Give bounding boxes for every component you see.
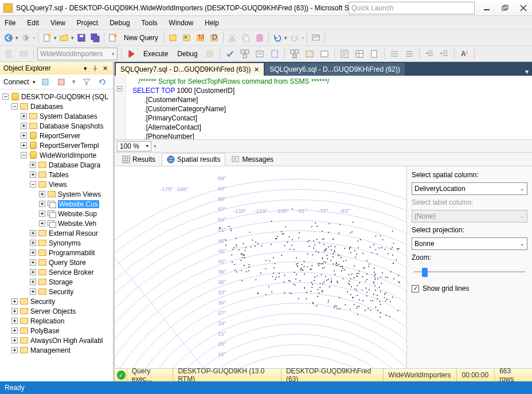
outdent-icon[interactable] bbox=[423, 48, 436, 60]
collapse-icon[interactable]: − bbox=[21, 152, 27, 158]
expand-icon[interactable]: + bbox=[30, 269, 36, 275]
live-stats-icon[interactable] bbox=[303, 48, 316, 60]
tab-overflow-button[interactable]: ▾ bbox=[522, 68, 532, 76]
tree-node[interactable]: Security bbox=[30, 298, 55, 306]
collapse-icon[interactable]: − bbox=[30, 181, 36, 188]
parse-button[interactable] bbox=[224, 48, 236, 60]
as-query-icon[interactable] bbox=[181, 32, 193, 44]
expand-icon[interactable]: + bbox=[30, 249, 36, 256]
cut-button[interactable] bbox=[226, 32, 238, 44]
tree-node[interactable]: Database Snapshots bbox=[40, 122, 103, 130]
estimated-plan-icon[interactable] bbox=[238, 48, 251, 60]
redo-button[interactable] bbox=[288, 32, 301, 44]
menu-edit[interactable]: Edit bbox=[27, 19, 39, 27]
expand-icon[interactable]: + bbox=[39, 210, 45, 217]
tree-node[interactable]: System Databases bbox=[40, 112, 97, 120]
tree-node[interactable]: Security bbox=[49, 288, 73, 296]
db-engine-query-icon[interactable] bbox=[167, 32, 179, 44]
tree-node[interactable]: Replication bbox=[30, 317, 64, 325]
tree-node[interactable]: Website.Veh bbox=[58, 220, 96, 228]
menu-file[interactable]: File bbox=[5, 19, 15, 27]
zoom-slider[interactable] bbox=[412, 266, 527, 278]
expand-icon[interactable]: + bbox=[21, 123, 27, 129]
tree-node[interactable]: AlwaysOn High Availabl bbox=[30, 337, 103, 345]
tree-node[interactable]: PolyBase bbox=[30, 327, 60, 335]
expand-icon[interactable]: + bbox=[21, 142, 27, 149]
client-stats-icon[interactable] bbox=[318, 48, 331, 60]
specify-template-icon[interactable]: A↓ bbox=[458, 48, 471, 60]
expand-icon[interactable]: + bbox=[11, 308, 18, 314]
chevron-down-icon[interactable]: ▾ bbox=[71, 35, 74, 41]
paste-button[interactable] bbox=[253, 32, 266, 44]
tree-node-server[interactable]: DESKTOP-GUQD9KH (SQL bbox=[21, 93, 108, 101]
restore-button[interactable] bbox=[499, 3, 511, 13]
disconnect-icon[interactable] bbox=[39, 76, 52, 88]
grid-lines-checkbox[interactable]: ✓ Show grid lines bbox=[412, 284, 527, 292]
spatial-column-select[interactable]: DeliveryLocation⌄ bbox=[412, 182, 527, 195]
menu-project[interactable]: Project bbox=[77, 19, 98, 27]
tree-node[interactable]: Query Store bbox=[49, 259, 86, 267]
tab-sqlquery6[interactable]: SQLQuery6.sql - D...GUQD9KH\Fred (62)) bbox=[265, 63, 404, 76]
new-query-icon[interactable] bbox=[107, 32, 119, 44]
expand-icon[interactable]: + bbox=[21, 132, 27, 139]
tree-node[interactable]: Views bbox=[49, 181, 67, 189]
database-selector[interactable]: WideWorldImporters▾ bbox=[37, 48, 118, 60]
execute-icon[interactable] bbox=[125, 48, 138, 60]
tree-node[interactable]: System Views bbox=[58, 190, 101, 198]
menu-view[interactable]: View bbox=[50, 19, 65, 27]
stop-icon[interactable] bbox=[55, 76, 68, 88]
minimize-button[interactable] bbox=[480, 3, 493, 13]
save-all-button[interactable] bbox=[89, 32, 101, 44]
uncomment-icon[interactable] bbox=[403, 48, 416, 60]
projection-select[interactable]: Bonne⌄ bbox=[412, 237, 527, 250]
tree-node[interactable]: Programmabilit bbox=[49, 249, 95, 257]
results-file-icon[interactable] bbox=[368, 48, 381, 60]
outline-collapse-icon[interactable]: − bbox=[117, 86, 122, 91]
tree-node[interactable]: Website.Sup bbox=[58, 210, 97, 218]
close-icon[interactable]: ✕ bbox=[254, 66, 259, 73]
expand-icon[interactable]: + bbox=[30, 162, 36, 168]
actual-plan-icon[interactable] bbox=[288, 48, 301, 60]
intellisense-icon[interactable] bbox=[268, 48, 281, 60]
tab-spatial-results[interactable]: Spatial results bbox=[162, 153, 225, 166]
results-text-icon[interactable] bbox=[338, 48, 351, 60]
pin-icon[interactable] bbox=[91, 64, 100, 73]
save-button[interactable] bbox=[75, 32, 88, 44]
object-explorer-tree[interactable]: −DESKTOP-GUQD9KH (SQL −Databases +System… bbox=[0, 89, 113, 381]
menu-debug[interactable]: Debug bbox=[109, 19, 130, 27]
expand-icon[interactable]: + bbox=[30, 240, 36, 246]
expand-icon[interactable]: + bbox=[39, 201, 45, 207]
new-item-button[interactable] bbox=[41, 32, 53, 44]
chevron-down-icon[interactable]: ▾ bbox=[54, 35, 57, 41]
collapse-icon[interactable]: − bbox=[11, 103, 18, 110]
debug-button[interactable]: Debug bbox=[174, 48, 201, 60]
nav-back-button[interactable] bbox=[2, 32, 15, 44]
close-button[interactable] bbox=[517, 3, 530, 13]
comment-icon[interactable] bbox=[388, 48, 401, 60]
expand-icon[interactable]: + bbox=[30, 288, 36, 295]
expand-icon[interactable]: + bbox=[30, 259, 36, 266]
open-button[interactable] bbox=[58, 32, 71, 44]
panel-menu-button[interactable]: ▾ bbox=[81, 64, 90, 73]
expand-icon[interactable]: + bbox=[11, 347, 18, 353]
tree-node[interactable]: ReportServer bbox=[40, 132, 80, 140]
expand-icon[interactable]: + bbox=[11, 318, 18, 324]
checkbox-icon[interactable]: ✓ bbox=[412, 285, 419, 292]
connect-button[interactable]: Connect bbox=[3, 78, 29, 86]
change-connection-icon[interactable] bbox=[2, 48, 15, 60]
expand-icon[interactable]: + bbox=[39, 191, 45, 197]
expand-icon[interactable]: + bbox=[21, 113, 27, 119]
refresh-icon[interactable] bbox=[96, 76, 109, 88]
tree-node[interactable]: Database Diagra bbox=[49, 161, 100, 169]
expand-icon[interactable]: + bbox=[30, 230, 36, 236]
tree-node[interactable]: Management bbox=[30, 346, 71, 354]
expand-icon[interactable]: + bbox=[11, 298, 18, 305]
execute-button[interactable]: Execute bbox=[140, 48, 171, 60]
copy-button[interactable] bbox=[240, 32, 252, 44]
chevron-down-icon[interactable]: ▾ bbox=[33, 79, 36, 85]
new-query-button[interactable]: New Query bbox=[120, 32, 162, 44]
mdx-query-icon[interactable]: M bbox=[194, 32, 207, 44]
filter-icon[interactable] bbox=[80, 76, 93, 88]
tree-node[interactable]: Storage bbox=[49, 278, 73, 286]
tree-node[interactable]: External Resour bbox=[49, 229, 98, 237]
